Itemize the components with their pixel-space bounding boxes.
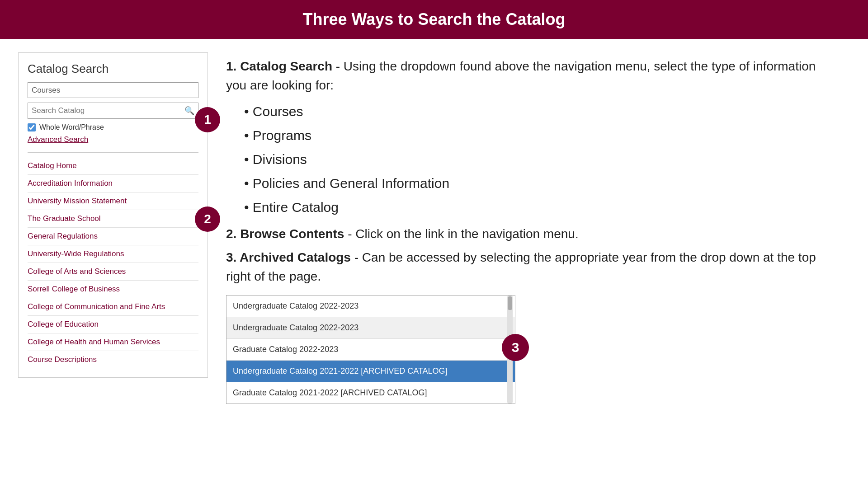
dropdown-preview-item-4[interactable]: Graduate Catalog 2021-2022 [ARCHIVED CAT… [226, 382, 515, 404]
badge-1: 1 [195, 107, 220, 132]
whole-word-label: Whole Word/Phrase [39, 123, 104, 131]
dropdown-preview-item-2[interactable]: Graduate Catalog 2022-2023 [226, 339, 515, 361]
dropdown-preview-item-3[interactable]: Undergraduate Catalog 2021-2022 [ARCHIVE… [226, 361, 515, 382]
bullet-list: CoursesProgramsDivisionsPolicies and Gen… [226, 99, 832, 219]
catalog-type-dropdown[interactable]: Courses [28, 82, 198, 98]
section2-title: 2. Browse Contents [226, 227, 344, 241]
main-layout: 1 2 Catalog Search Courses 🔍 Whole Word/… [0, 39, 868, 422]
bullet-item-2: Divisions [244, 147, 832, 171]
badge-3: 3 [502, 334, 529, 361]
dropdown-preview-item-0[interactable]: Undergraduate Catalog 2022-2023 [226, 296, 515, 317]
nav-item-10[interactable]: College of Health and Human Services [28, 333, 198, 351]
nav-item-0[interactable]: Catalog Home [28, 157, 198, 175]
bullet-item-1: Programs [244, 123, 832, 147]
sidebar: 1 2 Catalog Search Courses 🔍 Whole Word/… [18, 52, 208, 378]
nav-item-11[interactable]: Course Descriptions [28, 351, 198, 368]
section3-paragraph: 3. Archived Catalogs - Can be accessed b… [226, 248, 832, 286]
nav-item-9[interactable]: College of Education [28, 316, 198, 333]
nav-item-5[interactable]: University-Wide Regulations [28, 245, 198, 263]
search-input[interactable] [32, 106, 184, 115]
archived-catalogs-dropdown[interactable]: Undergraduate Catalog 2022-2023Undergrad… [226, 295, 515, 404]
nav-divider-top [28, 152, 198, 153]
dropdown-preview-item-1[interactable]: Undergraduate Catalog 2022-2023 [226, 317, 515, 339]
whole-word-checkbox[interactable] [28, 123, 36, 131]
badge-3-wrapper: Undergraduate Catalog 2022-2023Undergrad… [226, 291, 515, 404]
section3-title: 3. Archived Catalogs [226, 250, 351, 264]
nav-item-8[interactable]: College of Communication and Fine Arts [28, 298, 198, 316]
bullet-item-0: Courses [244, 99, 832, 123]
bullet-item-4: Entire Catalog [244, 195, 832, 219]
nav-item-1[interactable]: Accreditation Information [28, 175, 198, 192]
badge-2: 2 [195, 206, 220, 232]
search-row: 🔍 [28, 103, 198, 119]
section3-container: Undergraduate Catalog 2022-2023Undergrad… [226, 291, 832, 404]
section1-paragraph: 1. Catalog Search - Using the dropdown f… [226, 57, 832, 95]
advanced-search-link[interactable]: Advanced Search [28, 135, 198, 144]
section2-paragraph: 2. Browse Contents - Click on the link i… [226, 225, 832, 244]
nav-item-2[interactable]: University Mission Statement [28, 192, 198, 210]
nav-list: Catalog HomeAccreditation InformationUni… [28, 157, 198, 368]
scrollbar-thumb [508, 296, 512, 310]
bullet-item-3: Policies and General Information [244, 171, 832, 195]
nav-item-6[interactable]: College of Arts and Sciences [28, 263, 198, 281]
nav-item-7[interactable]: Sorrell College of Business [28, 281, 198, 298]
whole-word-row: Whole Word/Phrase [28, 123, 198, 131]
section2-desc: - Click on the link in the navigation me… [344, 227, 578, 241]
nav-item-4[interactable]: General Regulations [28, 228, 198, 245]
nav-item-3[interactable]: The Graduate School [28, 210, 198, 228]
main-content: 1. Catalog Search - Using the dropdown f… [208, 52, 850, 408]
page-header: Three Ways to Search the Catalog [0, 0, 868, 39]
search-icon[interactable]: 🔍 [184, 106, 194, 116]
header-title: Three Ways to Search the Catalog [303, 10, 566, 28]
section1-title: 1. Catalog Search [226, 59, 332, 73]
sidebar-title: Catalog Search [28, 62, 198, 76]
